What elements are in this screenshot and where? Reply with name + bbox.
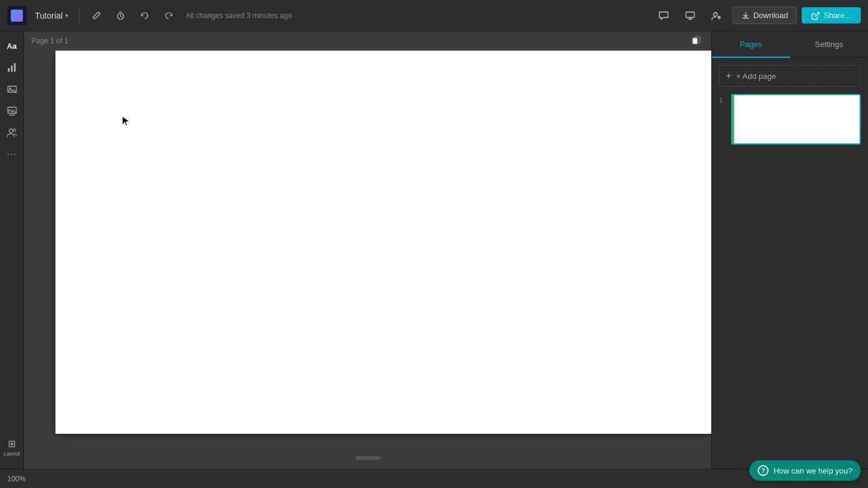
- help-widget[interactable]: ? How can we help you?: [749, 460, 861, 481]
- main-layout: Aa: [0, 31, 868, 469]
- redo-button[interactable]: [159, 6, 178, 25]
- canvas-content[interactable]: [24, 51, 711, 447]
- text-icon: Aa: [7, 42, 17, 51]
- comments-button[interactable]: [653, 5, 675, 27]
- share-label: Share...: [823, 11, 851, 20]
- help-label: How can we help you?: [773, 466, 852, 475]
- download-button[interactable]: Download: [732, 7, 797, 24]
- canvas-area: Page 1 of 1: [24, 31, 711, 469]
- topbar-right: Download Share...: [653, 5, 861, 27]
- page-thumb-wrapper-1: 1: [719, 94, 861, 145]
- share-button[interactable]: Share...: [802, 7, 861, 23]
- help-icon: ?: [758, 465, 769, 476]
- add-icon: +: [726, 70, 731, 81]
- chart-icon: [7, 62, 17, 73]
- page-thumbnail-1[interactable]: [731, 94, 861, 145]
- logo-icon: [11, 10, 23, 22]
- add-page-button[interactable]: + + Add page: [719, 65, 861, 87]
- svg-rect-12: [693, 38, 697, 44]
- svg-point-10: [13, 129, 16, 131]
- svg-rect-4: [11, 66, 13, 72]
- tab-pages[interactable]: Pages: [712, 31, 790, 58]
- sidebar-item-more[interactable]: ···: [2, 145, 22, 164]
- zoom-level[interactable]: 100%: [7, 475, 26, 483]
- svg-point-2: [714, 13, 717, 16]
- bottom-bar: 100%: [0, 469, 868, 488]
- page-indicator: Page 1 of 1: [31, 37, 68, 45]
- page-thumb-content: [732, 95, 860, 143]
- canvas-footer: [24, 447, 711, 469]
- undo-button[interactable]: [135, 6, 154, 25]
- document-title-button[interactable]: Tutorial ▾: [31, 8, 72, 23]
- chevron-down-icon: ▾: [65, 12, 68, 19]
- document-title: Tutorial: [35, 11, 63, 20]
- sidebar-item-text[interactable]: Aa: [2, 36, 22, 55]
- timer-button[interactable]: [111, 6, 130, 25]
- more-icon: ···: [7, 149, 16, 160]
- sidebar-item-charts[interactable]: [2, 58, 22, 77]
- share-users-button[interactable]: [706, 5, 728, 27]
- svg-rect-1: [686, 12, 694, 17]
- canvas-header: Page 1 of 1: [24, 31, 711, 51]
- sidebar-item-users[interactable]: [2, 123, 22, 142]
- edit-tool-button[interactable]: [87, 6, 106, 25]
- add-page-label: + Add page: [736, 72, 776, 81]
- drag-handle[interactable]: [356, 456, 380, 460]
- canvas-copy-button[interactable]: [688, 35, 704, 48]
- layout-button[interactable]: ⊞ Layout: [1, 436, 22, 459]
- autosave-status: All changes saved 3 minutes ago: [186, 11, 292, 20]
- app-logo[interactable]: [7, 6, 27, 25]
- photo-icon: [7, 105, 17, 116]
- topbar: Tutorial ▾ All changes saved 3 minutes a…: [0, 0, 868, 31]
- page-active-indicator: [732, 95, 734, 143]
- svg-rect-3: [8, 68, 10, 72]
- page-number-1: 1: [719, 96, 726, 104]
- panel-tabs: Pages Settings: [712, 31, 868, 58]
- right-panel: Pages Settings + + Add page 1: [711, 31, 868, 469]
- layout-label: Layout: [4, 451, 20, 457]
- media-icon: [7, 84, 17, 95]
- sidebar-bottom: ⊞ Layout: [1, 436, 22, 464]
- sidebar-item-media[interactable]: [2, 80, 22, 99]
- svg-rect-5: [14, 63, 16, 72]
- present-button[interactable]: [679, 5, 701, 27]
- svg-point-9: [9, 129, 13, 133]
- tab-settings[interactable]: Settings: [790, 31, 869, 58]
- pages-grid: 1: [719, 94, 861, 145]
- page-canvas[interactable]: [55, 51, 711, 434]
- users-icon: [7, 127, 17, 138]
- sidebar-item-photos[interactable]: [2, 101, 22, 120]
- layout-icon: ⊞: [8, 438, 16, 449]
- download-label: Download: [753, 11, 788, 20]
- panel-content: + + Add page 1: [712, 58, 868, 469]
- left-sidebar: Aa: [0, 31, 24, 469]
- toolbar-divider: [79, 8, 80, 23]
